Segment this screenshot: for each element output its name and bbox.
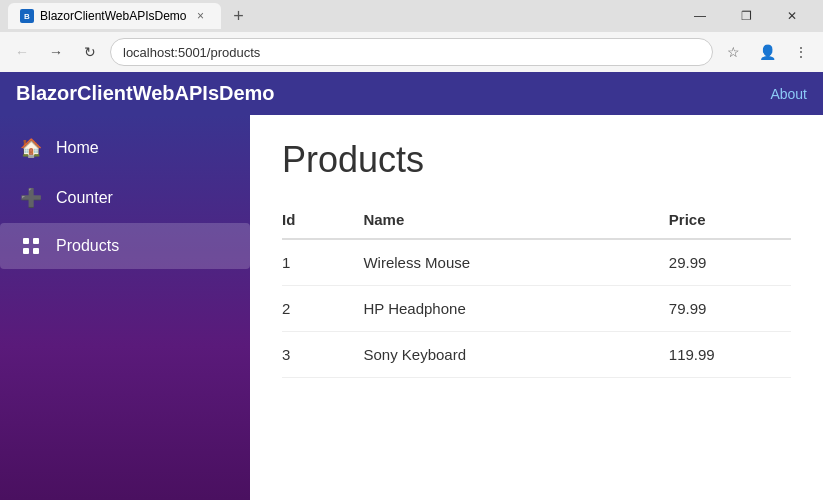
sidebar-label-products: Products xyxy=(56,237,119,255)
cell-id: 3 xyxy=(282,332,363,378)
new-tab-button[interactable]: + xyxy=(225,2,253,30)
table-row: 1 Wireless Mouse 29.99 xyxy=(282,239,791,286)
table-row: 3 Sony Keyboard 119.99 xyxy=(282,332,791,378)
forward-button[interactable]: → xyxy=(42,38,70,66)
star-icon[interactable]: ☆ xyxy=(719,38,747,66)
app-body: 🏠 Home ➕ Counter Products xyxy=(0,115,823,500)
svg-rect-3 xyxy=(33,248,39,254)
col-header-id: Id xyxy=(282,201,363,239)
home-icon: 🏠 xyxy=(20,137,42,159)
col-header-name: Name xyxy=(363,201,668,239)
cell-price: 79.99 xyxy=(669,286,791,332)
close-button[interactable]: ✕ xyxy=(769,0,815,32)
counter-icon: ➕ xyxy=(20,187,42,209)
cell-name: HP Headphone xyxy=(363,286,668,332)
sidebar-item-counter[interactable]: ➕ Counter xyxy=(0,173,250,223)
col-header-price: Price xyxy=(669,201,791,239)
main-content: Products Id Name Price 1 Wireless Mouse … xyxy=(250,115,823,500)
table-row: 2 HP Headphone 79.99 xyxy=(282,286,791,332)
sidebar-label-home: Home xyxy=(56,139,99,157)
address-bar: ← → ↻ localhost:5001/products ☆ 👤 ⋮ xyxy=(0,32,823,72)
restore-button[interactable]: ❐ xyxy=(723,0,769,32)
svg-rect-0 xyxy=(23,238,29,244)
tab-close-button[interactable]: × xyxy=(193,8,209,24)
svg-rect-2 xyxy=(23,248,29,254)
minimize-button[interactable]: — xyxy=(677,0,723,32)
page-title: Products xyxy=(282,139,791,181)
cell-name: Sony Keyboard xyxy=(363,332,668,378)
sidebar-label-counter: Counter xyxy=(56,189,113,207)
about-link[interactable]: About xyxy=(770,86,807,102)
brand-title: BlazorClientWebAPIsDemo xyxy=(16,82,275,105)
menu-icon[interactable]: ⋮ xyxy=(787,38,815,66)
window-controls: — ❐ ✕ xyxy=(677,0,815,32)
cell-id: 1 xyxy=(282,239,363,286)
cell-price: 29.99 xyxy=(669,239,791,286)
address-input[interactable]: localhost:5001/products xyxy=(110,38,713,66)
products-icon xyxy=(20,237,42,255)
products-table: Id Name Price 1 Wireless Mouse 29.99 2 H… xyxy=(282,201,791,378)
address-text: localhost:5001/products xyxy=(123,45,260,60)
cell-price: 119.99 xyxy=(669,332,791,378)
top-navbar: BlazorClientWebAPIsDemo About xyxy=(0,72,823,115)
svg-rect-1 xyxy=(33,238,39,244)
browser-tab[interactable]: B BlazorClientWebAPIsDemo × xyxy=(8,3,221,29)
sidebar-item-products[interactable]: Products xyxy=(0,223,250,269)
profile-icon[interactable]: 👤 xyxy=(753,38,781,66)
browser-chrome: B BlazorClientWebAPIsDemo × + — ❐ ✕ ← → … xyxy=(0,0,823,72)
cell-id: 2 xyxy=(282,286,363,332)
tab-favicon: B xyxy=(20,9,34,23)
tab-title: BlazorClientWebAPIsDemo xyxy=(40,9,187,23)
cell-name: Wireless Mouse xyxy=(363,239,668,286)
sidebar-item-home[interactable]: 🏠 Home xyxy=(0,123,250,173)
title-bar: B BlazorClientWebAPIsDemo × + — ❐ ✕ xyxy=(0,0,823,32)
back-button[interactable]: ← xyxy=(8,38,36,66)
table-header-row: Id Name Price xyxy=(282,201,791,239)
refresh-button[interactable]: ↻ xyxy=(76,38,104,66)
sidebar: 🏠 Home ➕ Counter Products xyxy=(0,115,250,500)
